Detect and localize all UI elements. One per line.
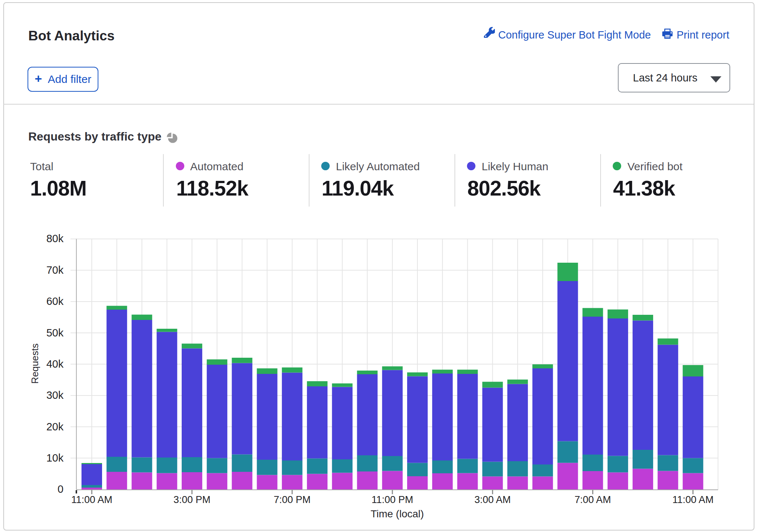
svg-text:7:00 AM: 7:00 AM <box>575 494 611 505</box>
svg-text:0: 0 <box>58 483 64 495</box>
svg-text:40k: 40k <box>46 358 64 370</box>
svg-text:70k: 70k <box>46 264 64 276</box>
svg-text:7:00 PM: 7:00 PM <box>274 494 311 505</box>
svg-text:10k: 10k <box>46 452 64 464</box>
svg-text:Time (local): Time (local) <box>370 508 424 520</box>
svg-text:Requests: Requests <box>29 343 40 384</box>
svg-text:20k: 20k <box>46 421 64 433</box>
svg-text:3:00 PM: 3:00 PM <box>174 494 211 505</box>
svg-text:50k: 50k <box>46 327 64 339</box>
svg-text:3:00 AM: 3:00 AM <box>474 494 511 505</box>
svg-text:60k: 60k <box>46 295 64 307</box>
svg-text:80k: 80k <box>46 233 64 244</box>
svg-text:11:00 PM: 11:00 PM <box>372 494 413 505</box>
svg-text:30k: 30k <box>46 389 64 401</box>
svg-text:11:00 AM: 11:00 AM <box>71 494 112 505</box>
svg-text:11:00 AM: 11:00 AM <box>673 494 714 505</box>
